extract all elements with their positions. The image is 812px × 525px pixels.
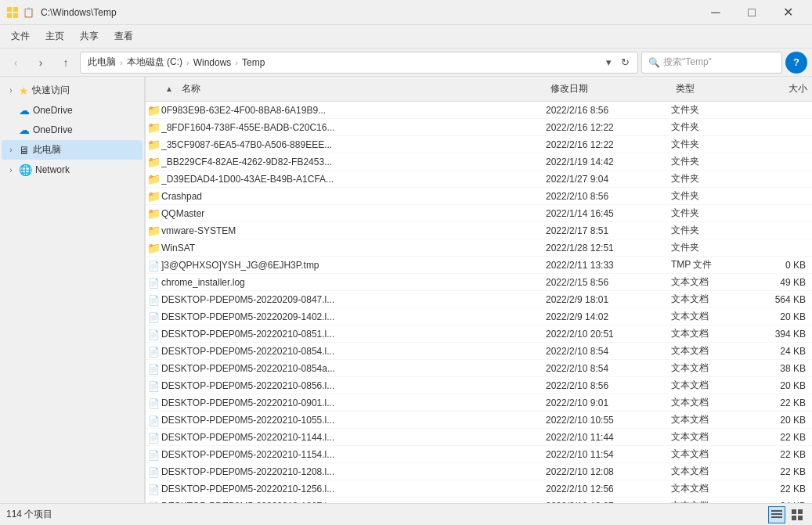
forward-button[interactable]: › xyxy=(30,52,52,74)
file-icon: 📁 xyxy=(146,225,161,237)
refresh-button[interactable]: ↻ xyxy=(618,55,633,70)
table-row[interactable]: 📄 DESKTOP-PDEP0M5-20220210-0901.l... 202… xyxy=(146,394,812,412)
svg-rect-8 xyxy=(798,509,803,514)
table-row[interactable]: 📁 _D39EDAD4-1D00-43AE-B49B-A1CFA... 2022… xyxy=(146,171,812,188)
menu-home[interactable]: 主页 xyxy=(38,27,72,46)
file-name: 0F983E9B-63E2-4F00-8BA8-6A19B9... xyxy=(161,105,546,116)
file-size: 22 KB xyxy=(749,466,812,477)
table-row[interactable]: 📁 WinSAT 2022/1/28 12:51 文件夹 xyxy=(146,239,812,257)
file-date: 2022/1/28 12:51 xyxy=(546,243,671,254)
column-date[interactable]: 修改日期 xyxy=(546,80,671,98)
table-row[interactable]: 📄 DESKTOP-PDEP0M5-20220209-0847.l... 202… xyxy=(146,291,812,308)
file-icon: 📁 xyxy=(146,138,161,151)
dropdown-arrow[interactable]: ▾ xyxy=(603,55,615,70)
file-date: 2022/2/9 18:01 xyxy=(546,294,671,305)
menu-file[interactable]: 文件 xyxy=(3,27,38,46)
menu-share[interactable]: 共享 xyxy=(72,27,106,46)
table-row[interactable]: 📄 DESKTOP-PDEP0M5-20220210-1154.l... 202… xyxy=(146,446,812,463)
svg-rect-4 xyxy=(771,510,782,512)
table-row[interactable]: 📄 DESKTOP-PDEP0M5-20220210-0851.l... 202… xyxy=(146,325,812,343)
file-size: 22 KB xyxy=(749,432,812,443)
menu-view[interactable]: 查看 xyxy=(106,27,141,46)
column-type[interactable]: 类型 xyxy=(671,80,749,98)
table-row[interactable]: 📄 DESKTOP-PDEP0M5-20220210-1307.l... 202… xyxy=(146,498,812,503)
table-row[interactable]: 📁 _35CF9087-6EA5-47B0-A506-889EEE... 202… xyxy=(146,136,812,153)
table-row[interactable]: 📄 DESKTOP-PDEP0M5-20220209-1402.l... 202… xyxy=(146,308,812,325)
column-size[interactable]: 大小 xyxy=(749,80,812,98)
window-icon xyxy=(6,6,19,19)
table-row[interactable]: 📁 vmware-SYSTEM 2022/2/17 8:51 文件夹 xyxy=(146,222,812,239)
sidebar-item-onedrive2[interactable]: ☁ OneDrive xyxy=(2,120,143,139)
main-layout: › ★ 快速访问 ☁ OneDrive ☁ OneDrive › 🖥 此电脑 ›… xyxy=(0,77,812,503)
table-row[interactable]: 📁 0F983E9B-63E2-4F00-8BA8-6A19B9... 2022… xyxy=(146,102,812,119)
file-size: 24 KB xyxy=(749,346,812,357)
table-row[interactable]: 📁 _8FDF1604-738F-455E-BADB-C20C16... 202… xyxy=(146,119,812,136)
file-icon: 📄 xyxy=(146,259,161,271)
table-row[interactable]: 📄 DESKTOP-PDEP0M5-20220210-1208.l... 202… xyxy=(146,463,812,480)
minimize-button[interactable]: ─ xyxy=(698,0,734,25)
file-type: 文本文档 xyxy=(671,327,749,340)
table-row[interactable]: 📄 DESKTOP-PDEP0M5-20220210-1256.l... 202… xyxy=(146,480,812,498)
close-button[interactable]: ✕ xyxy=(770,0,806,25)
file-date: 2022/2/17 8:51 xyxy=(546,225,671,236)
table-row[interactable]: 📁 Crashpad 2022/2/10 8:56 文件夹 xyxy=(146,188,812,205)
table-row[interactable]: 📄 DESKTOP-PDEP0M5-20220210-1144.l... 202… xyxy=(146,429,812,446)
column-name[interactable]: 名称 xyxy=(177,80,546,98)
svg-rect-3 xyxy=(13,13,18,18)
address-bar[interactable]: 此电脑 › 本地磁盘 (C:) › Windows › Temp ▾ ↻ xyxy=(80,52,638,74)
back-button[interactable]: ‹ xyxy=(5,52,27,74)
file-size: 20 KB xyxy=(749,415,812,426)
file-type: 文件夹 xyxy=(671,155,749,168)
file-type: 文本文档 xyxy=(671,361,749,375)
file-type: 文本文档 xyxy=(671,448,749,461)
address-temp[interactable]: Temp xyxy=(240,56,267,69)
file-size: 564 KB xyxy=(749,294,812,305)
table-row[interactable]: 📄 DESKTOP-PDEP0M5-20220210-0854a... 2022… xyxy=(146,360,812,377)
sidebar-item-thispc[interactable]: › 🖥 此电脑 xyxy=(2,140,143,160)
sidebar-item-onedrive1[interactable]: ☁ OneDrive xyxy=(2,101,143,120)
svg-rect-7 xyxy=(792,509,796,514)
onedrive-icon: ☁ xyxy=(19,104,30,117)
file-size: 49 KB xyxy=(749,277,812,288)
file-type: 文件夹 xyxy=(671,138,749,151)
address-windows[interactable]: Windows xyxy=(191,56,234,69)
table-row[interactable]: 📄 DESKTOP-PDEP0M5-20220210-0854.l... 202… xyxy=(146,343,812,360)
file-name: _8FDF1604-738F-455E-BADB-C20C16... xyxy=(161,122,546,133)
file-name: DESKTOP-PDEP0M5-20220210-0851.l... xyxy=(161,329,546,340)
file-name: ]3@QPHXSO]YSH_JG@6EJH3P.tmp xyxy=(161,260,546,271)
file-date: 2022/2/9 14:02 xyxy=(546,311,671,322)
large-icons-view-button[interactable] xyxy=(789,506,806,523)
file-date: 2022/2/10 10:55 xyxy=(546,415,671,426)
file-size: 22 KB xyxy=(749,397,812,408)
address-thispc[interactable]: 此电脑 xyxy=(85,55,118,70)
maximize-button[interactable]: □ xyxy=(734,0,770,25)
file-date: 2022/2/10 20:51 xyxy=(546,329,671,340)
file-type: 文本文档 xyxy=(671,430,749,444)
file-type: 文件夹 xyxy=(671,172,749,185)
sidebar-item-quickaccess[interactable]: › ★ 快速访问 xyxy=(2,81,143,100)
file-date: 2022/2/10 8:54 xyxy=(546,363,671,374)
onedrive2-icon: ☁ xyxy=(19,124,30,136)
table-row[interactable]: 📄 ]3@QPHXSO]YSH_JG@6EJH3P.tmp 2022/2/11 … xyxy=(146,257,812,274)
file-type: 文本文档 xyxy=(671,379,749,392)
table-row[interactable]: 📁 _BB229CF4-82AE-4262-9D82-FB2453... 202… xyxy=(146,153,812,171)
details-view-button[interactable] xyxy=(768,506,785,523)
address-c[interactable]: 本地磁盘 (C:) xyxy=(125,55,185,70)
help-button[interactable]: ? xyxy=(785,52,807,74)
file-icon: 📁 xyxy=(146,207,161,220)
file-size: 22 KB xyxy=(749,449,812,460)
file-date: 2022/1/27 9:04 xyxy=(546,174,671,185)
file-date: 2022/2/10 8:56 xyxy=(546,191,671,202)
table-row[interactable]: 📄 DESKTOP-PDEP0M5-20220210-1055.l... 202… xyxy=(146,412,812,429)
file-name: _BB229CF4-82AE-4262-9D82-FB2453... xyxy=(161,156,546,167)
table-row[interactable]: 📄 DESKTOP-PDEP0M5-20220210-0856.l... 202… xyxy=(146,377,812,394)
file-icon: 📄 xyxy=(146,362,161,375)
up-button[interactable]: ↑ xyxy=(55,52,77,74)
file-name: DESKTOP-PDEP0M5-20220210-1307.l... xyxy=(161,501,546,504)
file-type: 文件夹 xyxy=(671,189,749,203)
sidebar-item-network[interactable]: › 🌐 Network xyxy=(2,160,143,179)
title-bar-icons: 📋 xyxy=(6,6,34,19)
table-row[interactable]: 📁 QQMaster 2022/1/14 16:45 文件夹 xyxy=(146,205,812,222)
table-row[interactable]: 📄 chrome_installer.log 2022/2/15 8:56 文本… xyxy=(146,274,812,291)
search-box[interactable]: 🔍 搜索"Temp" xyxy=(641,52,782,74)
